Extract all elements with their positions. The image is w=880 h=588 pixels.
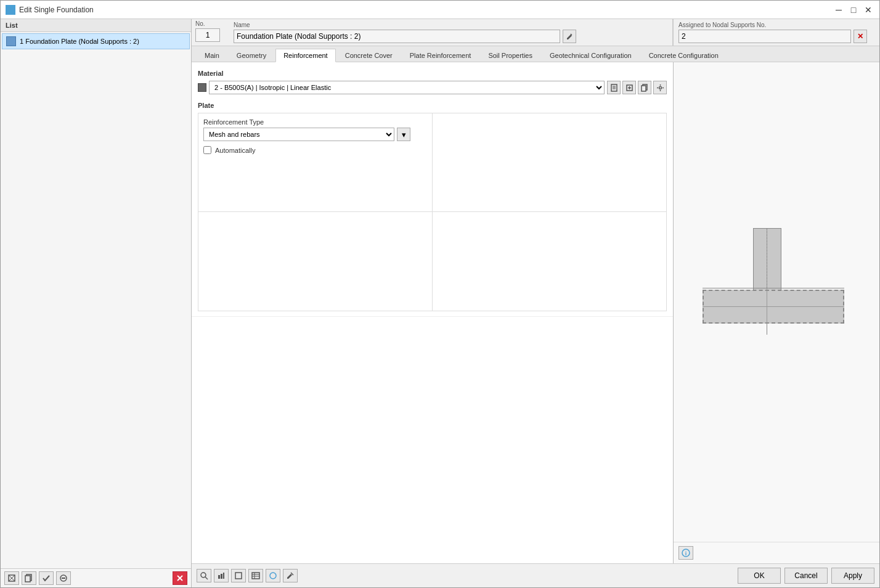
material-toolbar [607,81,667,94]
bottom-edit-button[interactable] [283,569,298,582]
name-section: Name [229,19,673,46]
bottom-bar: OK Cancel Apply [192,563,879,587]
bottom-left-tools [197,569,298,582]
copy-button[interactable] [22,571,36,585]
left-toolbar [1,568,191,587]
minimize-button[interactable]: ─ [833,4,845,15]
svg-line-19 [205,577,208,579]
material-book-button[interactable] [607,81,621,94]
material-color-icon [198,83,206,92]
foundation-drawing [696,228,857,351]
close-button[interactable]: ✕ [862,4,874,15]
bottom-dim-line [767,324,767,335]
svg-rect-1 [9,6,12,10]
tab-concrete-cover[interactable]: Concrete Cover [337,49,401,62]
svg-rect-14 [642,86,646,91]
add-button[interactable] [4,571,19,585]
top-form-area: Material 2 - B500S(A) | Isotropic | Line… [192,62,673,317]
automatically-checkbox[interactable] [203,146,211,154]
tab-plate-reinforcement[interactable]: Plate Reinforcement [402,49,479,62]
tab-soil-properties[interactable]: Soil Properties [480,49,540,62]
assigned-input[interactable] [678,30,851,43]
tab-reinforcement[interactable]: Reinforcement [275,49,336,62]
no-label: No. [195,20,225,27]
name-label: Name [234,22,667,28]
bottom-search-button[interactable] [197,569,211,582]
ok-button[interactable]: OK [738,568,781,584]
top-right-quadrant [433,113,667,212]
preview-info-button[interactable]: i [678,546,693,560]
name-edit-button[interactable] [563,30,576,43]
svg-rect-4 [25,576,30,582]
bottom-table-button[interactable] [248,569,263,582]
bottom-chart-button[interactable] [214,569,229,582]
material-row: 2 - B500S(A) | Isotropic | Linear Elasti… [198,81,667,94]
footing-center-v [767,290,767,325]
no-input[interactable] [195,28,220,42]
reinforcement-type-dropdown[interactable]: ▾ [397,128,410,141]
main-window: Edit Single Foundation ─ □ ✕ List 1 Foun… [0,0,880,588]
window-title: Edit Single Foundation [19,6,829,14]
svg-point-15 [659,86,661,89]
tab-geometry[interactable]: Geometry [229,49,274,62]
cancel-button[interactable]: Cancel [784,568,828,584]
svg-rect-24 [252,573,259,579]
assigned-label: Assigned to Nodal Supports No. [678,22,874,28]
foundation-plate-icon [6,36,16,46]
left-panel: List 1 Foundation Plate (Nodal Supports … [1,19,192,587]
automatically-label: Automatically [215,147,255,154]
assigned-section: Assigned to Nodal Supports No. ✕ [673,19,879,46]
tab-main[interactable]: Main [197,49,227,62]
bottom-square-button[interactable] [231,569,246,582]
content-wrapper: Material 2 - B500S(A) | Isotropic | Line… [192,62,879,563]
reinforcement-type-select[interactable]: Mesh and rebars Mesh only Rebars only [203,128,394,141]
svg-rect-23 [235,573,242,579]
assigned-clear-button[interactable]: ✕ [854,30,867,43]
automatically-row: Automatically [203,146,427,154]
tab-bar: Main Geometry Reinforcement Concrete Cov… [192,46,879,62]
delete-button[interactable] [173,571,187,585]
tab-geotechnical-config[interactable]: Geotechnical Configuration [542,49,640,62]
bottom-right-quadrant [433,212,667,311]
list-header: List [1,19,191,32]
apply-button[interactable]: Apply [831,568,874,584]
svg-rect-20 [218,575,220,579]
column-center-line [767,228,767,295]
preview-panel: i [673,62,879,563]
reinforcement-type-quadrant: Reinforcement Type Mesh and rebars Mesh … [198,113,433,212]
app-icon [6,5,15,15]
name-input[interactable] [234,30,560,43]
reinforcement-type-label: Reinforcement Type [203,118,427,126]
uncheck-button[interactable] [56,571,71,585]
plate-section: Plate Reinforcement Type Mesh and rebars [198,102,667,311]
bottom-circle-button[interactable] [266,569,280,582]
info-bar: No. Name Assigned to Nodal Supports No. [192,19,879,46]
svg-text:i: i [685,550,687,557]
dialog-buttons: OK Cancel Apply [738,568,874,584]
title-bar: Edit Single Foundation ─ □ ✕ [1,1,879,19]
tab-concrete-config[interactable]: Concrete Configuration [641,49,727,62]
svg-point-28 [270,573,276,579]
material-add-button[interactable] [622,81,636,94]
bottom-left-quadrant [198,212,433,311]
maximize-button[interactable]: □ [847,4,860,15]
list-item[interactable]: 1 Foundation Plate (Nodal Supports : 2) [2,33,190,49]
column-shape [753,228,781,293]
window-controls: ─ □ ✕ [833,4,874,15]
material-copy-button[interactable] [638,81,651,94]
svg-rect-22 [223,573,224,579]
footing-top-line [703,288,844,288]
material-section-title: Material [198,70,667,77]
no-section: No. [192,19,229,46]
plate-section-title: Plate [198,102,667,109]
material-config-button[interactable] [653,81,667,94]
svg-rect-21 [221,574,222,579]
svg-point-18 [201,573,206,578]
footing-center-h [703,306,844,307]
material-select[interactable]: 2 - B500S(A) | Isotropic | Linear Elasti… [209,81,605,94]
list-area[interactable]: 1 Foundation Plate (Nodal Supports : 2) [1,32,191,568]
check-button[interactable] [39,571,54,585]
dialog-body: List 1 Foundation Plate (Nodal Supports … [1,19,879,587]
preview-bottom-bar: i [674,542,879,563]
list-item-text: 1 Foundation Plate (Nodal Supports : 2) [20,38,139,45]
